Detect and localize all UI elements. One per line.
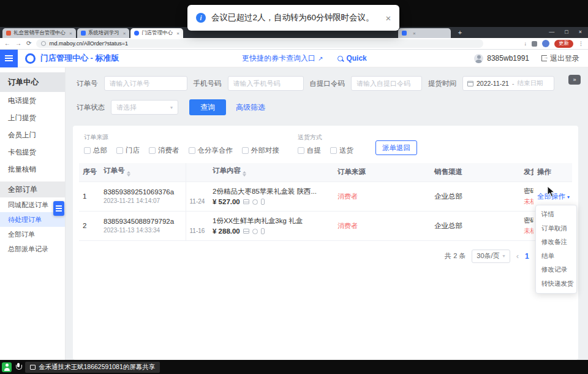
logout-button[interactable]: 退出登录 (541, 53, 579, 64)
toast-close-icon[interactable]: × (386, 13, 391, 23)
prev-page-button[interactable]: ‹ (516, 251, 519, 261)
browser-tab-4[interactable]: × (398, 28, 451, 38)
sidebar-item-hq-dispatch-records[interactable]: 总部派单记录 (0, 242, 65, 256)
sidebar-item-door-pickup[interactable]: 上门提货 (0, 109, 65, 126)
browser-toolbar-icons: ↓ 更新 ⋮ (524, 40, 584, 48)
current-page[interactable]: 1 (525, 252, 529, 261)
user-account[interactable]: 8385wb1991 (474, 54, 529, 63)
order-no-input[interactable] (104, 76, 187, 91)
checkbox-icon[interactable] (298, 147, 304, 154)
browser-tab-1[interactable]: 礼盒营销平台管理中心 × (2, 28, 76, 38)
site-info-icon[interactable] (41, 41, 46, 46)
search-button[interactable]: 查询 (189, 99, 226, 115)
checkbox-delivery[interactable]: 送货 (330, 146, 353, 155)
checkbox-self-pickup[interactable]: 自提 (298, 146, 321, 155)
menu-item-details[interactable]: 详情 (536, 208, 576, 222)
download-icon[interactable]: ↓ (524, 40, 527, 47)
menu-item-close-order[interactable]: 结单 (536, 250, 576, 264)
browser-address-bar: ← → ⟳ rnd.maboy.cn/AllOrder?status=1 ↓ 更… (0, 38, 588, 50)
sidebar-group-all-orders[interactable]: 全部订单 (0, 181, 65, 197)
chevron-down-icon: ▾ (567, 194, 570, 200)
hamburger-menu-button[interactable] (0, 50, 18, 67)
tab-close-icon[interactable]: × (176, 31, 179, 36)
extensions-icon[interactable] (532, 41, 537, 47)
cell-order-no: 83859345088979792a 2023-11-13 14:33:34 (100, 211, 186, 240)
sidebar-item-all-orders[interactable]: 全部订单 (0, 227, 65, 242)
checkbox-icon[interactable] (189, 147, 195, 154)
checkbox-hq[interactable]: 总部 (84, 146, 107, 155)
checkbox-icon[interactable] (116, 147, 123, 154)
coupon-query-link[interactable]: 更快捷的券卡查询入口 ↗ (242, 53, 323, 64)
phone-icon (261, 228, 265, 234)
checkbox-icon[interactable] (84, 147, 91, 154)
quick-search-link[interactable]: Quick (337, 54, 366, 63)
source-tag: 消费者 (337, 222, 358, 229)
back-icon[interactable]: ← (4, 40, 10, 47)
sidebar-item-phone-pickup[interactable]: 电话提货 (0, 92, 65, 109)
sidebar-item-batch-verify[interactable]: 批量核销 (0, 161, 65, 178)
phone-input[interactable] (228, 76, 304, 91)
checkbox-external[interactable]: 外部对接 (242, 146, 279, 155)
screen-share-bar: 金禾通技术王斌18662591081的屏幕共享 (0, 360, 588, 374)
share-status-text: 金禾通技术王斌18662591081的屏幕共享 (39, 363, 155, 372)
refund-icon (252, 199, 258, 205)
col-actions: 操作 (533, 163, 572, 181)
sidebar-item-member-visit[interactable]: 会员上门 (0, 126, 65, 143)
col-content[interactable]: 订单内容 (209, 163, 334, 181)
cell-pickup-time: 11-24 (186, 181, 209, 211)
sort-icon[interactable] (127, 169, 130, 178)
pickup-date-range-picker[interactable]: 2022-11-21 - 结束日期 (462, 76, 554, 91)
tab-title: 礼盒营销平台管理中心 (13, 29, 66, 37)
menu-item-edit-note[interactable]: 修改备注 (536, 235, 576, 250)
checkbox-store[interactable]: 门店 (116, 146, 140, 155)
dispatch-return-button[interactable]: 派单退回 (375, 140, 417, 155)
window-maximize-button[interactable]: □ (565, 29, 568, 35)
page-size-select[interactable]: 30条/页 ▾ (472, 250, 510, 263)
checkbox-share-coop[interactable]: 仓分享合作 (189, 146, 233, 155)
checkbox-groups: 订单来源 总部 门店 消费者 仓分享合作 外部对接 送货方式 自提 (79, 132, 572, 155)
checkbox-icon[interactable] (149, 147, 156, 154)
url-box[interactable]: rnd.maboy.cn/AllOrder?status=1 (36, 39, 483, 48)
sidebar-item-card-pickup[interactable]: 卡包提货 (0, 143, 65, 161)
menu-item-edit-history[interactable]: 修改记录 (536, 263, 576, 277)
menu-item-switch-to-express[interactable]: 转快递发货 (536, 277, 576, 291)
checkbox-consumer[interactable]: 消费者 (149, 146, 179, 155)
sidebar-title-order-center[interactable]: 订单中心 (0, 72, 65, 92)
tab-close-icon[interactable]: × (413, 31, 416, 36)
refund-icon (252, 229, 258, 234)
header-center: 更快捷的券卡查询入口 ↗ Quick (242, 53, 367, 64)
sort-icon[interactable] (243, 169, 246, 178)
date-end-placeholder: 结束日期 (517, 79, 543, 88)
forward-icon[interactable]: → (15, 40, 21, 47)
cell-ship-info: 密码 未核 (520, 181, 533, 211)
tab-favicon (81, 31, 86, 36)
external-link-icon: ↗ (318, 55, 323, 62)
floating-list-widget[interactable] (53, 201, 64, 216)
browser-tab-2[interactable]: 系统培训学习 × (77, 28, 130, 38)
cell-ship-info: 密码 未核 (520, 211, 533, 240)
menu-item-cancel-order[interactable]: 订单取消 (536, 222, 576, 236)
window-close-button[interactable]: × (579, 29, 582, 35)
microphone-icon[interactable] (15, 363, 21, 371)
presenter-icon[interactable] (2, 362, 12, 372)
reload-icon[interactable]: ⟳ (26, 40, 31, 47)
checkbox-icon[interactable] (330, 147, 337, 154)
chrome-update-button[interactable]: 更新 (554, 40, 573, 48)
tab-close-icon[interactable]: × (69, 31, 72, 36)
pickup-code-input[interactable] (351, 76, 422, 91)
browser-profile-avatar[interactable] (542, 40, 549, 47)
search-icon (337, 56, 343, 61)
col-order-no[interactable]: 订单号 (100, 163, 186, 181)
delivery-method-group: 送货方式 自提 送货 (298, 133, 353, 155)
tab-close-icon[interactable]: × (123, 31, 126, 36)
browser-menu-icon[interactable]: ⋮ (578, 40, 584, 47)
collapse-panel-button[interactable]: » (568, 75, 581, 85)
window-minimize-button[interactable]: — (549, 29, 554, 35)
advanced-filter-link[interactable]: 高级筛选 (236, 102, 265, 113)
tab-title: 门店管理中心 (141, 29, 173, 37)
order-status-select[interactable]: 请选择 ▾ (111, 100, 178, 115)
chevron-down-icon: ▾ (170, 105, 173, 110)
browser-tab-active[interactable]: 门店管理中心 × (130, 28, 183, 38)
new-tab-button[interactable]: + (456, 28, 464, 37)
checkbox-icon[interactable] (242, 147, 249, 154)
